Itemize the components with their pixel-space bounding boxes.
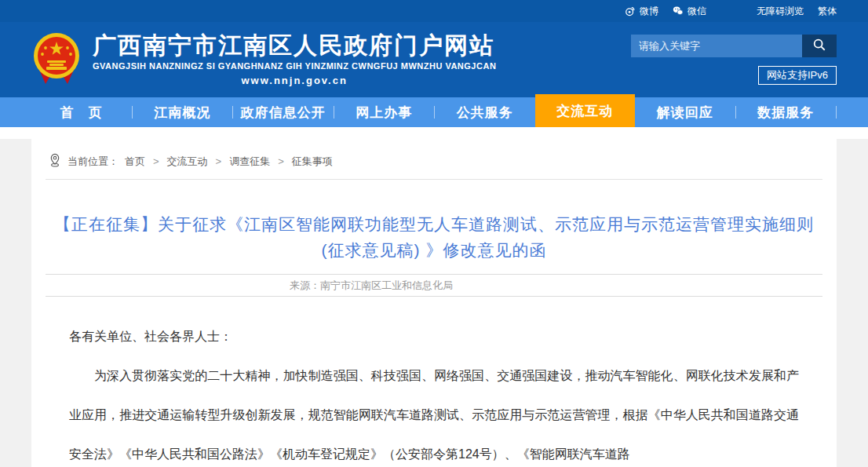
accessibility-link[interactable]: 无障碍浏览 <box>757 5 804 18</box>
nav-item-gov-info-disclosure[interactable]: 政府信息公开 <box>233 97 334 127</box>
national-emblem-logo <box>31 32 82 87</box>
wechat-icon <box>673 5 684 16</box>
traditional-chinese-label: 繁体 <box>818 5 837 18</box>
weibo-label: 微博 <box>640 5 658 18</box>
nav-item-public-services[interactable]: 公共服务 <box>435 97 535 127</box>
weibo-icon <box>625 5 636 16</box>
nav-item-data-services[interactable]: 数据服务 <box>736 97 837 127</box>
article-greeting: 各有关单位、社会各界人士： <box>69 317 799 356</box>
article-title-line1: 【正在征集】关于征求《江南区智能网联功能型无人车道路测试、示范应用与示范运营管理… <box>46 211 822 237</box>
location-pin-icon <box>49 153 61 170</box>
site-url: www.nnjn.gov.cn <box>93 75 496 86</box>
top-utility-bar: 微博 微信 无障碍浏览 繁体 <box>0 0 868 22</box>
article-meta-row: 来源：南宁市江南区工业和信息化局 <box>46 274 822 297</box>
nav-item-home[interactable]: 首 页 <box>31 97 132 127</box>
site-identity: 广西南宁市江南区人民政府门户网站 GVANGJSIH NANZNINGZ SI … <box>93 33 496 86</box>
breadcrumb-link-survey-collection[interactable]: 调查征集 <box>229 155 270 169</box>
breadcrumb: 当前位置： 首页 > 交流互动 > 调查征集 > 征集事项 <box>46 150 822 180</box>
nav-item-interpretation-response[interactable]: 解读回应 <box>635 97 735 127</box>
nav-item-online-services[interactable]: 网上办事 <box>334 97 435 127</box>
traditional-chinese-link[interactable]: 繁体 <box>818 5 837 18</box>
search-input[interactable] <box>631 35 802 57</box>
search-icon <box>812 38 826 54</box>
breadcrumb-prefix: 当前位置： <box>67 155 119 169</box>
article-title-line2: (征求意见稿) 》修改意见的函 <box>46 237 822 263</box>
breadcrumb-link-home[interactable]: 首页 <box>125 155 145 169</box>
breadcrumb-link-interaction[interactable]: 交流互动 <box>167 155 208 169</box>
content-card: 当前位置： 首页 > 交流互动 > 调查征集 > 征集事项 【正在征集】关于征求… <box>31 139 837 467</box>
breadcrumb-separator: > <box>153 155 159 167</box>
site-subtitle-zhuang: GVANGJSIH NANZNINGZ SI GYANGHNANZ GIH YI… <box>93 61 496 71</box>
site-header: 广西南宁市江南区人民政府门户网站 GVANGJSIH NANZNINGZ SI … <box>0 22 868 97</box>
breadcrumb-separator: > <box>216 155 222 167</box>
accessibility-label: 无障碍浏览 <box>757 5 804 18</box>
main-navigation: 首 页 江南概况 政府信息公开 网上办事 公共服务 交流互动 解读回应 数据服务 <box>0 97 868 127</box>
site-title: 广西南宁市江南区人民政府门户网站 <box>93 33 496 58</box>
article-title: 【正在征集】关于征求《江南区智能网联功能型无人车道路测试、示范应用与示范运营管理… <box>46 211 822 263</box>
nav-item-jiangnan-overview[interactable]: 江南概况 <box>133 97 233 127</box>
nav-divider <box>836 106 837 119</box>
content-background: 当前位置： 首页 > 交流互动 > 调查征集 > 征集事项 【正在征集】关于征求… <box>0 127 868 467</box>
article-source: 来源：南宁市江南区工业和信息化局 <box>290 279 453 293</box>
search-button[interactable] <box>802 35 837 57</box>
search-bar <box>631 35 837 57</box>
nav-item-interaction-active[interactable]: 交流互动 <box>535 94 636 127</box>
ipv6-support-badge[interactable]: 网站支持IPv6 <box>758 66 837 85</box>
breadcrumb-link-collection-items[interactable]: 征集事项 <box>292 155 333 169</box>
article-paragraph: 为深入贯彻落实党的二十大精神，加快制造强国、科技强国、网络强国、交通强国建设，推… <box>69 356 799 467</box>
weibo-link[interactable]: 微博 <box>625 5 658 18</box>
wechat-label: 微信 <box>687 5 706 18</box>
article-body: 各有关单位、社会各界人士： 为深入贯彻落实党的二十大精神，加快制造强国、科技强国… <box>46 297 822 467</box>
breadcrumb-separator: > <box>278 155 284 167</box>
wechat-link[interactable]: 微信 <box>673 5 706 18</box>
